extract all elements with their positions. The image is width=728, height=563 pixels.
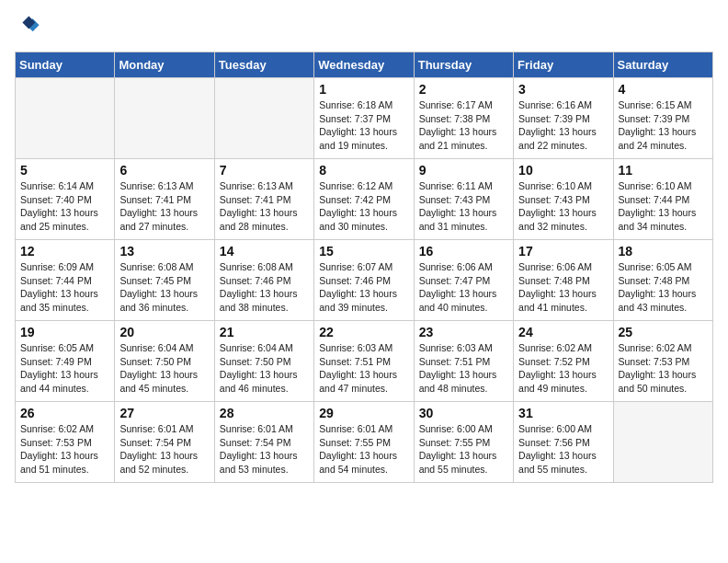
calendar-week-row: 19Sunrise: 6:05 AM Sunset: 7:49 PM Dayli… xyxy=(16,321,713,402)
calendar-day-cell xyxy=(613,402,712,483)
calendar-day-cell: 29Sunrise: 6:01 AM Sunset: 7:55 PM Dayli… xyxy=(314,402,414,483)
calendar-day-cell: 24Sunrise: 6:02 AM Sunset: 7:52 PM Dayli… xyxy=(514,321,613,402)
calendar-day-cell: 22Sunrise: 6:03 AM Sunset: 7:51 PM Dayli… xyxy=(314,321,414,402)
page-header xyxy=(15,15,713,40)
day-info: Sunrise: 6:07 AM Sunset: 7:46 PM Dayligh… xyxy=(319,260,408,315)
day-info: Sunrise: 6:18 AM Sunset: 7:37 PM Dayligh… xyxy=(319,98,408,153)
calendar-day-cell: 6Sunrise: 6:13 AM Sunset: 7:41 PM Daylig… xyxy=(115,159,214,240)
day-info: Sunrise: 6:01 AM Sunset: 7:54 PM Dayligh… xyxy=(220,422,309,477)
day-info: Sunrise: 6:01 AM Sunset: 7:54 PM Dayligh… xyxy=(119,422,209,477)
calendar-day-cell: 3Sunrise: 6:16 AM Sunset: 7:39 PM Daylig… xyxy=(514,78,613,159)
day-info: Sunrise: 6:09 AM Sunset: 7:44 PM Dayligh… xyxy=(20,260,109,315)
day-info: Sunrise: 6:02 AM Sunset: 7:52 PM Dayligh… xyxy=(518,341,608,396)
day-info: Sunrise: 6:13 AM Sunset: 7:41 PM Dayligh… xyxy=(220,179,309,234)
day-info: Sunrise: 6:02 AM Sunset: 7:53 PM Dayligh… xyxy=(20,422,109,477)
calendar-day-cell: 2Sunrise: 6:17 AM Sunset: 7:38 PM Daylig… xyxy=(414,78,513,159)
day-info: Sunrise: 6:06 AM Sunset: 7:48 PM Dayligh… xyxy=(518,260,608,315)
weekday-header: Wednesday xyxy=(314,52,414,78)
day-info: Sunrise: 6:05 AM Sunset: 7:49 PM Dayligh… xyxy=(20,341,109,396)
day-number: 7 xyxy=(220,163,309,178)
calendar-day-cell: 30Sunrise: 6:00 AM Sunset: 7:55 PM Dayli… xyxy=(414,402,513,483)
day-info: Sunrise: 6:13 AM Sunset: 7:41 PM Dayligh… xyxy=(119,179,209,234)
calendar-day-cell: 28Sunrise: 6:01 AM Sunset: 7:54 PM Dayli… xyxy=(214,402,313,483)
day-info: Sunrise: 6:08 AM Sunset: 7:45 PM Dayligh… xyxy=(119,260,209,315)
calendar-day-cell: 23Sunrise: 6:03 AM Sunset: 7:51 PM Dayli… xyxy=(414,321,513,402)
day-info: Sunrise: 6:03 AM Sunset: 7:51 PM Dayligh… xyxy=(319,341,408,396)
calendar-week-row: 5Sunrise: 6:14 AM Sunset: 7:40 PM Daylig… xyxy=(16,159,713,240)
weekday-header: Sunday xyxy=(16,52,115,78)
calendar-day-cell: 1Sunrise: 6:18 AM Sunset: 7:37 PM Daylig… xyxy=(314,78,414,159)
weekday-header: Friday xyxy=(514,52,613,78)
calendar-day-cell: 4Sunrise: 6:15 AM Sunset: 7:39 PM Daylig… xyxy=(613,78,712,159)
day-number: 22 xyxy=(319,325,408,339)
day-info: Sunrise: 6:01 AM Sunset: 7:55 PM Dayligh… xyxy=(319,422,408,477)
day-number: 27 xyxy=(119,406,209,420)
day-info: Sunrise: 6:16 AM Sunset: 7:39 PM Dayligh… xyxy=(518,98,608,153)
calendar-day-cell: 5Sunrise: 6:14 AM Sunset: 7:40 PM Daylig… xyxy=(16,159,115,240)
calendar-day-cell: 8Sunrise: 6:12 AM Sunset: 7:42 PM Daylig… xyxy=(314,159,414,240)
day-number: 11 xyxy=(619,163,708,178)
day-info: Sunrise: 6:05 AM Sunset: 7:48 PM Dayligh… xyxy=(619,260,708,315)
weekday-header: Thursday xyxy=(414,52,513,78)
day-number: 30 xyxy=(419,406,508,420)
calendar-week-row: 1Sunrise: 6:18 AM Sunset: 7:37 PM Daylig… xyxy=(16,78,713,159)
calendar-day-cell: 15Sunrise: 6:07 AM Sunset: 7:46 PM Dayli… xyxy=(314,240,414,321)
calendar-day-cell: 19Sunrise: 6:05 AM Sunset: 7:49 PM Dayli… xyxy=(16,321,115,402)
day-number: 4 xyxy=(619,82,708,97)
day-number: 28 xyxy=(220,406,309,420)
day-info: Sunrise: 6:10 AM Sunset: 7:44 PM Dayligh… xyxy=(619,179,708,234)
calendar-day-cell: 13Sunrise: 6:08 AM Sunset: 7:45 PM Dayli… xyxy=(115,240,214,321)
day-number: 5 xyxy=(20,163,109,178)
day-info: Sunrise: 6:04 AM Sunset: 7:50 PM Dayligh… xyxy=(220,341,309,396)
calendar-day-cell: 12Sunrise: 6:09 AM Sunset: 7:44 PM Dayli… xyxy=(16,240,115,321)
calendar-table: SundayMondayTuesdayWednesdayThursdayFrid… xyxy=(15,52,713,483)
day-info: Sunrise: 6:17 AM Sunset: 7:38 PM Dayligh… xyxy=(419,98,508,153)
day-number: 3 xyxy=(518,82,608,97)
calendar-day-cell: 10Sunrise: 6:10 AM Sunset: 7:43 PM Dayli… xyxy=(514,159,613,240)
weekday-header: Saturday xyxy=(613,52,712,78)
day-number: 18 xyxy=(619,244,708,259)
day-number: 9 xyxy=(419,163,508,178)
calendar-day-cell: 11Sunrise: 6:10 AM Sunset: 7:44 PM Dayli… xyxy=(613,159,712,240)
calendar-day-cell: 18Sunrise: 6:05 AM Sunset: 7:48 PM Dayli… xyxy=(613,240,712,321)
calendar-day-cell: 7Sunrise: 6:13 AM Sunset: 7:41 PM Daylig… xyxy=(214,159,313,240)
calendar-day-cell: 14Sunrise: 6:08 AM Sunset: 7:46 PM Dayli… xyxy=(214,240,313,321)
day-number: 2 xyxy=(419,82,508,97)
day-info: Sunrise: 6:10 AM Sunset: 7:43 PM Dayligh… xyxy=(518,179,608,234)
day-info: Sunrise: 6:14 AM Sunset: 7:40 PM Dayligh… xyxy=(20,179,109,234)
day-info: Sunrise: 6:04 AM Sunset: 7:50 PM Dayligh… xyxy=(119,341,209,396)
day-number: 16 xyxy=(419,244,508,259)
calendar-day-cell: 31Sunrise: 6:00 AM Sunset: 7:56 PM Dayli… xyxy=(514,402,613,483)
calendar-day-cell: 27Sunrise: 6:01 AM Sunset: 7:54 PM Dayli… xyxy=(115,402,214,483)
calendar-body: 1Sunrise: 6:18 AM Sunset: 7:37 PM Daylig… xyxy=(16,78,713,483)
calendar-header-row: SundayMondayTuesdayWednesdayThursdayFrid… xyxy=(16,52,713,78)
day-info: Sunrise: 6:12 AM Sunset: 7:42 PM Dayligh… xyxy=(319,179,408,234)
day-number: 14 xyxy=(220,244,309,259)
day-number: 23 xyxy=(419,325,508,339)
day-info: Sunrise: 6:06 AM Sunset: 7:47 PM Dayligh… xyxy=(419,260,508,315)
day-number: 20 xyxy=(119,325,209,339)
calendar-day-cell xyxy=(115,78,214,159)
calendar-day-cell xyxy=(214,78,313,159)
day-info: Sunrise: 6:02 AM Sunset: 7:53 PM Dayligh… xyxy=(619,341,708,396)
day-number: 26 xyxy=(20,406,109,420)
calendar-day-cell: 26Sunrise: 6:02 AM Sunset: 7:53 PM Dayli… xyxy=(16,402,115,483)
day-number: 12 xyxy=(20,244,109,259)
logo xyxy=(15,15,44,40)
calendar-day-cell: 16Sunrise: 6:06 AM Sunset: 7:47 PM Dayli… xyxy=(414,240,513,321)
day-info: Sunrise: 6:11 AM Sunset: 7:43 PM Dayligh… xyxy=(419,179,508,234)
calendar-day-cell: 25Sunrise: 6:02 AM Sunset: 7:53 PM Dayli… xyxy=(613,321,712,402)
day-number: 13 xyxy=(119,244,209,259)
day-number: 21 xyxy=(220,325,309,339)
day-number: 8 xyxy=(319,163,408,178)
day-number: 17 xyxy=(518,244,608,259)
day-number: 19 xyxy=(20,325,109,339)
calendar-week-row: 12Sunrise: 6:09 AM Sunset: 7:44 PM Dayli… xyxy=(16,240,713,321)
day-number: 1 xyxy=(319,82,408,97)
logo-icon xyxy=(15,15,40,40)
weekday-header: Tuesday xyxy=(214,52,313,78)
day-number: 24 xyxy=(518,325,608,339)
calendar-day-cell: 9Sunrise: 6:11 AM Sunset: 7:43 PM Daylig… xyxy=(414,159,513,240)
calendar-day-cell: 17Sunrise: 6:06 AM Sunset: 7:48 PM Dayli… xyxy=(514,240,613,321)
day-info: Sunrise: 6:00 AM Sunset: 7:55 PM Dayligh… xyxy=(419,422,508,477)
